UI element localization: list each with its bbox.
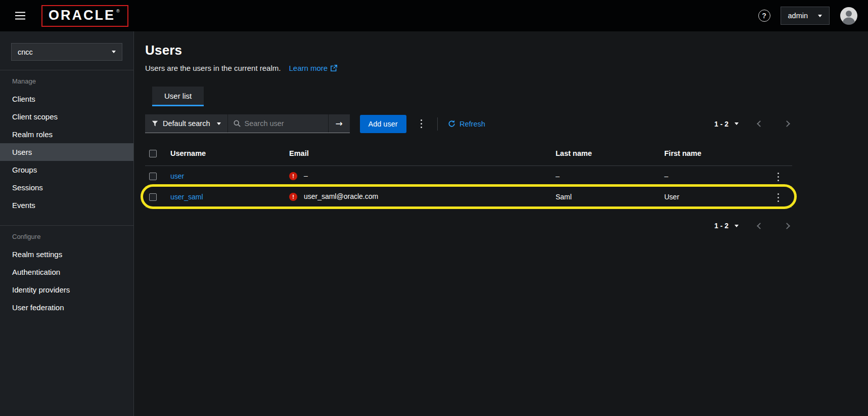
refresh-icon — [448, 120, 455, 128]
select-all-checkbox[interactable] — [149, 150, 157, 157]
cell-first-name: – — [660, 165, 764, 186]
pagination-prev-button[interactable] — [755, 221, 765, 231]
tab-user-list-label: User list — [164, 92, 192, 100]
sidebar-item-realm-settings[interactable]: Realm settings — [0, 245, 133, 263]
sidebar-item-groups[interactable]: Groups — [0, 161, 133, 179]
row-checkbox[interactable] — [149, 193, 157, 201]
configure-nav: Realm settings Authentication Identity p… — [0, 245, 133, 316]
pagination-top: 1 - 2 — [714, 118, 792, 129]
warning-icon: ! — [289, 193, 297, 201]
row-checkbox[interactable] — [149, 173, 157, 180]
learn-more-label: Learn more — [289, 64, 328, 72]
column-header-email: Email — [285, 141, 552, 165]
search-box — [228, 114, 328, 133]
chevron-down-icon — [818, 15, 822, 17]
user-menu-label: admin — [788, 12, 808, 20]
oracle-logo: ORACLE ® — [41, 5, 128, 27]
chevron-right-icon — [784, 120, 790, 127]
chevron-down-icon — [112, 51, 116, 53]
page-description: Users are the users in the current realm… — [145, 64, 281, 72]
table-header-row: Username Email Last name First name — [145, 141, 792, 165]
refresh-label: Refresh — [460, 120, 485, 128]
learn-more-link[interactable]: Learn more — [289, 64, 337, 72]
topbar: ORACLE ® ? admin — [0, 0, 868, 31]
pagination-range-label: 1 - 2 — [714, 120, 728, 128]
hamburger-icon — [15, 15, 25, 17]
page-title: Users — [145, 43, 792, 58]
users-table: Username Email Last name First name user… — [145, 141, 792, 207]
chevron-down-icon — [735, 122, 739, 125]
external-link-icon — [331, 65, 337, 71]
sidebar-section-configure-label: Configure — [0, 233, 133, 245]
main-content: Users Users are the users in the current… — [134, 31, 868, 416]
row-kebab-button[interactable] — [772, 170, 785, 185]
users-table-wrap: Username Email Last name First name user… — [145, 141, 792, 207]
sidebar-item-clients[interactable]: Clients — [0, 90, 133, 108]
search-type-label: Default search — [163, 119, 210, 128]
avatar[interactable] — [840, 7, 858, 25]
sidebar-item-user-federation[interactable]: User federation — [0, 299, 133, 316]
help-button[interactable]: ? — [758, 10, 770, 22]
manage-nav: Clients Client scopes Realm roles Users … — [0, 90, 133, 214]
username-link[interactable]: user — [170, 172, 184, 180]
table-row-highlighted: user_saml ! user_saml@oracle.com Saml Us… — [145, 186, 792, 207]
kebab-icon — [778, 173, 780, 175]
sidebar-item-client-scopes[interactable]: Client scopes — [0, 108, 133, 126]
table-toolbar: Default search → Add user — [145, 114, 792, 133]
chevron-down-icon — [735, 225, 739, 227]
hamburger-menu-button[interactable] — [10, 6, 30, 26]
search-group: Default search → — [145, 114, 350, 133]
pagination-next-button[interactable] — [782, 221, 792, 231]
cell-email: user_saml@oracle.com — [304, 192, 378, 200]
column-header-username: Username — [166, 141, 285, 165]
search-icon — [234, 120, 241, 127]
add-user-button[interactable]: Add user — [360, 115, 406, 133]
cell-email: – — [304, 172, 308, 180]
sidebar-item-identity-providers[interactable]: Identity providers — [0, 281, 133, 299]
sidebar-item-authentication[interactable]: Authentication — [0, 263, 133, 281]
help-icon: ? — [762, 12, 766, 20]
sidebar-item-sessions[interactable]: Sessions — [0, 179, 133, 196]
chevron-left-icon — [757, 223, 763, 229]
user-menu-dropdown[interactable]: admin — [781, 7, 830, 25]
sidebar-section-configure: Configure Realm settings Authentication … — [0, 225, 133, 316]
row-kebab-button[interactable] — [772, 190, 785, 205]
pagination-range-dropdown[interactable]: 1 - 2 — [714, 120, 739, 128]
chevron-down-icon — [217, 122, 221, 125]
tab-user-list[interactable]: User list — [152, 87, 204, 106]
realm-select-value: cncc — [18, 48, 33, 56]
sidebar-item-users[interactable]: Users — [0, 143, 133, 161]
sidebar-item-realm-roles[interactable]: Realm roles — [0, 126, 133, 143]
cell-first-name: User — [660, 186, 764, 207]
column-header-first-name: First name — [660, 141, 764, 165]
pagination-prev-button[interactable] — [755, 118, 765, 129]
brand-text: ORACLE — [49, 8, 115, 23]
column-header-last-name: Last name — [552, 141, 660, 165]
pagination-next-button[interactable] — [782, 118, 792, 129]
chevron-right-icon — [784, 223, 790, 229]
pagination-range-label: 1 - 2 — [714, 222, 728, 230]
kebab-icon — [421, 119, 423, 121]
cell-last-name: – — [552, 165, 660, 186]
sidebar-section-manage-label: Manage — [0, 77, 133, 90]
realm-select[interactable]: cncc — [11, 43, 122, 61]
search-input[interactable] — [245, 119, 315, 128]
warning-icon: ! — [289, 172, 297, 180]
toolbar-divider — [437, 117, 438, 131]
table-row: user ! – – – — [145, 165, 792, 186]
topbar-actions: ? admin — [758, 7, 858, 25]
search-submit-button[interactable]: → — [328, 114, 350, 133]
kebab-icon — [778, 193, 780, 195]
sidebar-item-events[interactable]: Events — [0, 196, 133, 214]
search-type-dropdown[interactable]: Default search — [145, 114, 228, 133]
toolbar-right: 1 - 2 — [714, 118, 792, 129]
pagination-range-dropdown[interactable]: 1 - 2 — [714, 222, 739, 230]
user-avatar-icon — [840, 7, 858, 25]
toolbar-kebab-button[interactable] — [416, 116, 428, 132]
refresh-button[interactable]: Refresh — [448, 120, 485, 128]
username-link[interactable]: user_saml — [170, 193, 203, 201]
filter-icon — [152, 120, 158, 127]
pagination-bottom: 1 - 2 — [145, 221, 792, 231]
cell-last-name: Saml — [552, 186, 660, 207]
sidebar: cncc Manage Clients Client scopes Realm … — [0, 31, 134, 416]
